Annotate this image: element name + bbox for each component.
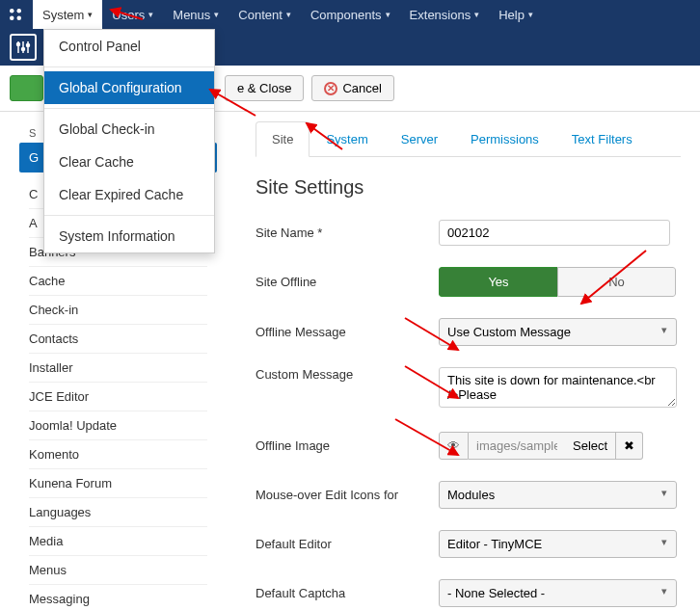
section-heading: Site Settings: [256, 176, 681, 199]
top-menu-bar: System▾ Users▾ Menus▾ Content▾ Component…: [0, 0, 700, 29]
sidebar-item[interactable]: Kunena Forum: [29, 469, 207, 498]
mouseover-icons-select[interactable]: Modules: [439, 481, 677, 509]
site-name-label: Site Name *: [256, 225, 439, 240]
tab-server[interactable]: Server: [385, 121, 454, 157]
top-menu-users[interactable]: Users▾: [102, 0, 163, 29]
offline-image-picker: 👁 Select ✖: [439, 432, 643, 460]
sidebar-item[interactable]: Media: [29, 527, 207, 556]
top-menu-help[interactable]: Help▾: [489, 0, 543, 29]
caret-down-icon: ▾: [214, 10, 219, 19]
toggle-no-button[interactable]: No: [557, 267, 676, 297]
svg-point-0: [10, 9, 14, 13]
default-editor-select[interactable]: Editor - TinyMCE: [439, 530, 677, 558]
sidebar-item[interactable]: Komento: [29, 440, 207, 469]
sidebar-item[interactable]: Messaging: [29, 585, 207, 610]
custom-message-textarea[interactable]: This site is down for maintenance.<br />…: [439, 367, 677, 408]
site-offline-toggle: Yes No: [439, 267, 676, 297]
svg-point-8: [22, 48, 25, 51]
custom-message-label: Custom Message: [256, 367, 439, 382]
site-offline-label: Site Offline: [256, 275, 439, 289]
dropdown-global-configuration[interactable]: Global Configuration: [44, 71, 214, 104]
top-menu-system[interactable]: System▾: [33, 0, 102, 29]
dropdown-clear-cache[interactable]: Clear Cache: [44, 146, 214, 178]
sidebar-item[interactable]: Cache: [29, 267, 207, 296]
caret-down-icon: ▾: [386, 10, 390, 19]
sidebar-item[interactable]: Installer: [29, 354, 207, 383]
tab-permissions[interactable]: Permissions: [454, 121, 555, 157]
dropdown-divider: [44, 66, 214, 67]
default-captcha-select[interactable]: - None Selected -: [439, 579, 677, 607]
dropdown-system-information[interactable]: System Information: [44, 220, 214, 252]
save-button[interactable]: [10, 75, 43, 101]
svg-point-7: [17, 43, 20, 46]
svg-point-1: [17, 9, 22, 13]
tab-text-filters[interactable]: Text Filters: [555, 121, 649, 157]
sidebar-item[interactable]: Contacts: [29, 325, 207, 354]
sliders-icon: [10, 34, 37, 61]
mouseover-icons-label: Mouse-over Edit Icons for: [256, 488, 439, 502]
offline-image-input[interactable]: [469, 432, 565, 460]
offline-message-label: Offline Message: [256, 325, 439, 339]
sidebar-item[interactable]: Languages: [29, 498, 207, 527]
tab-system[interactable]: System: [310, 121, 384, 157]
clear-image-button[interactable]: ✖: [616, 432, 643, 460]
sidebar-item[interactable]: JCE Editor: [29, 383, 207, 411]
system-dropdown-menu: Control Panel Global Configuration Globa…: [43, 29, 215, 253]
svg-point-3: [17, 16, 22, 21]
dropdown-global-checkin[interactable]: Global Check-in: [44, 113, 214, 146]
caret-down-icon: ▾: [286, 10, 291, 19]
toggle-yes-button[interactable]: Yes: [439, 267, 557, 297]
default-editor-label: Default Editor: [256, 537, 439, 551]
top-menu-content[interactable]: Content▾: [229, 0, 301, 29]
caret-down-icon: ▾: [474, 10, 479, 19]
caret-down-icon: ▾: [148, 10, 153, 19]
dropdown-divider: [44, 215, 214, 216]
offline-message-select[interactable]: Use Custom Message: [439, 318, 677, 346]
joomla-logo-icon[interactable]: [6, 5, 25, 24]
select-image-button[interactable]: Select: [565, 432, 616, 460]
caret-down-icon: ▾: [88, 10, 93, 19]
svg-point-2: [10, 16, 14, 21]
site-name-input[interactable]: [439, 220, 670, 246]
top-menu-extensions[interactable]: Extensions▾: [400, 0, 490, 29]
dropdown-clear-expired-cache[interactable]: Clear Expired Cache: [44, 178, 214, 211]
dropdown-control-panel[interactable]: Control Panel: [44, 30, 214, 63]
sidebar-item[interactable]: Check-in: [29, 296, 207, 325]
caret-down-icon: ▾: [528, 10, 533, 19]
svg-point-9: [27, 44, 30, 47]
offline-image-label: Offline Image: [256, 438, 439, 453]
sidebar-item[interactable]: Menus: [29, 556, 207, 585]
sidebar-item[interactable]: Joomla! Update: [29, 411, 207, 440]
main-content: Site System Server Permissions Text Filt…: [217, 112, 700, 610]
preview-eye-icon[interactable]: 👁: [439, 432, 469, 460]
tab-site[interactable]: Site: [256, 121, 310, 157]
top-menu-menus[interactable]: Menus▾: [163, 0, 229, 29]
dropdown-divider: [44, 108, 214, 109]
config-tab-bar: Site System Server Permissions Text Filt…: [256, 121, 681, 157]
default-captcha-label: Default Captcha: [256, 586, 439, 600]
cancel-button[interactable]: ✕Cancel: [311, 75, 393, 101]
cancel-circle-icon: ✕: [324, 82, 337, 95]
save-close-button[interactable]: e & Close: [225, 75, 304, 101]
top-menu-components[interactable]: Components▾: [301, 0, 400, 29]
